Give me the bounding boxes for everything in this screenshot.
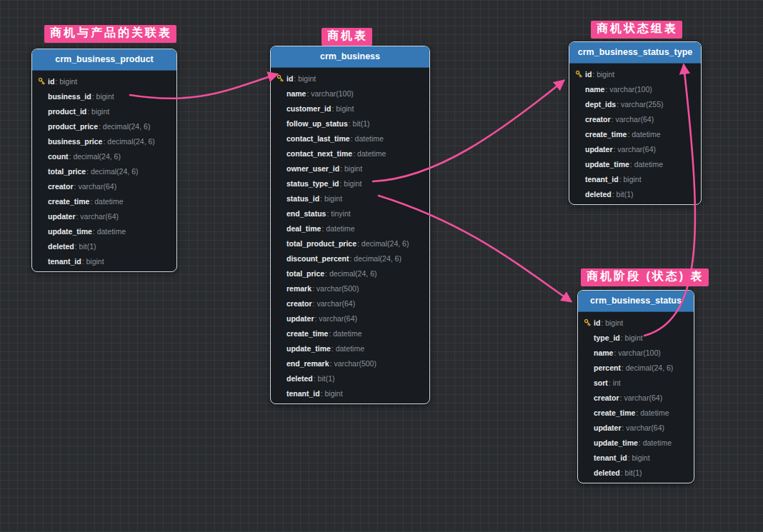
field-row-create_time[interactable]: create_time: datetime <box>578 405 694 420</box>
field-type: : varchar(64) <box>313 299 356 308</box>
field-row-update_time[interactable]: update_time: datetime <box>569 156 701 171</box>
table-field-list: id: bigintname: varchar(100)dept_ids: va… <box>569 64 701 204</box>
field-name: end_status <box>286 209 326 218</box>
field-row-updater[interactable]: updater: varchar(64) <box>578 420 694 435</box>
field-type: : datetime <box>351 134 384 143</box>
field-row-total_price[interactable]: total_price: decimal(24, 6) <box>271 266 429 281</box>
field-row-deleted[interactable]: deleted: bit(1) <box>569 186 701 201</box>
field-row-update_time[interactable]: update_time: datetime <box>271 341 429 356</box>
field-row-update_time[interactable]: update_time: datetime <box>578 435 694 450</box>
field-row-remark[interactable]: remark: varchar(500) <box>271 281 429 296</box>
table-title-crm_business_status[interactable]: crm_business_status <box>578 291 694 312</box>
field-row-contact_next_time[interactable]: contact_next_time: datetime <box>271 146 429 161</box>
field-row-dept_ids[interactable]: dept_ids: varchar(255) <box>569 96 701 111</box>
field-row-total_product_price[interactable]: total_product_price: decimal(24, 6) <box>271 236 429 251</box>
field-row-total_price[interactable]: total_price: decimal(24, 6) <box>32 164 176 179</box>
field-row-owner_user_id[interactable]: owner_user_id: bigint <box>271 161 429 176</box>
field-name: percent <box>594 363 621 372</box>
field-type: : varchar(64) <box>76 212 119 221</box>
field-name: updater <box>585 145 613 154</box>
field-name: contact_last_time <box>286 134 350 143</box>
field-row-name[interactable]: name: varchar(100) <box>578 345 694 360</box>
field-row-tenant_id[interactable]: tenant_id: bigint <box>32 254 176 268</box>
field-name: name <box>594 348 613 357</box>
field-row-tenant_id[interactable]: tenant_id: bigint <box>271 386 429 401</box>
field-row-tenant_id[interactable]: tenant_id: bigint <box>569 171 701 186</box>
field-name: tenant_id <box>594 453 627 462</box>
field-type: : varchar(500) <box>312 284 359 293</box>
primary-key-icon <box>574 69 585 79</box>
table-crm_business_status_type[interactable]: crm_business_status_typeid: bigintname: … <box>569 41 702 205</box>
table-title-crm_business_status_type[interactable]: crm_business_status_type <box>569 42 701 64</box>
field-row-customer_id[interactable]: customer_id: bigint <box>271 101 429 116</box>
field-row-product_id[interactable]: product_id: bigint <box>32 104 176 119</box>
field-row-contact_last_time[interactable]: contact_last_time: datetime <box>271 131 429 146</box>
field-type: : bigint <box>55 77 77 86</box>
table-title-crm_business_product[interactable]: crm_business_product <box>32 49 176 71</box>
field-type: : bit(1) <box>75 242 96 251</box>
field-name: create_time <box>286 329 328 338</box>
field-row-id[interactable]: id: bigint <box>32 74 176 89</box>
field-name: owner_user_id <box>286 164 339 173</box>
field-row-percent[interactable]: percent: decimal(24, 6) <box>578 360 694 375</box>
field-name: total_price <box>48 167 86 176</box>
field-row-create_time[interactable]: create_time: datetime <box>569 126 701 141</box>
field-type: : bigint <box>592 70 614 79</box>
field-row-creator[interactable]: creator: varchar(64) <box>32 179 176 194</box>
field-name: id <box>48 77 54 86</box>
field-row-deleted[interactable]: deleted: bit(1) <box>578 465 694 480</box>
field-name: updater <box>286 314 314 323</box>
field-row-follow_up_status[interactable]: follow_up_status: bit(1) <box>271 116 429 131</box>
field-name: update_time <box>594 438 638 447</box>
field-row-product_price[interactable]: product_price: decimal(24, 6) <box>32 119 176 134</box>
field-row-tenant_id[interactable]: tenant_id: bigint <box>578 450 694 465</box>
field-type: : int <box>609 378 621 387</box>
field-row-id[interactable]: id: bigint <box>578 315 694 330</box>
annotation-label-2[interactable]: 商机状态组表 <box>591 21 682 39</box>
field-row-creator[interactable]: creator: varchar(64) <box>271 296 429 311</box>
field-row-count[interactable]: count: decimal(24, 6) <box>32 149 176 164</box>
field-row-updater[interactable]: updater: varchar(64) <box>569 141 701 156</box>
field-row-updater[interactable]: updater: varchar(64) <box>32 209 176 224</box>
field-row-creator[interactable]: creator: varchar(64) <box>578 390 694 405</box>
field-name: create_time <box>594 408 635 417</box>
field-type: : varchar(64) <box>620 393 663 402</box>
field-type: : datetime <box>331 344 364 353</box>
field-type: : bigint <box>321 389 343 398</box>
field-row-sort[interactable]: sort: int <box>578 375 694 390</box>
field-row-business_id[interactable]: business_id: bigint <box>32 89 176 104</box>
field-name: name <box>585 85 604 94</box>
field-row-status_type_id[interactable]: status_type_id: bigint <box>271 176 429 191</box>
table-title-crm_business[interactable]: crm_business <box>271 46 429 68</box>
field-row-id[interactable]: id: bigint <box>569 66 701 81</box>
field-row-discount_percent[interactable]: discount_percent: decimal(24, 6) <box>271 251 429 266</box>
field-row-create_time[interactable]: create_time: datetime <box>32 194 176 209</box>
field-name: business_price <box>48 137 102 146</box>
field-row-status_id[interactable]: status_id: bigint <box>271 191 429 206</box>
field-name: dept_ids <box>585 100 616 109</box>
field-row-updater[interactable]: updater: varchar(64) <box>271 311 429 326</box>
field-type: : datetime <box>639 438 672 447</box>
annotation-label-1[interactable]: 商机表 <box>321 28 372 46</box>
field-row-type_id[interactable]: type_id: bigint <box>578 330 694 345</box>
field-row-create_time[interactable]: create_time: datetime <box>271 326 429 341</box>
field-row-deleted[interactable]: deleted: bit(1) <box>271 371 429 386</box>
field-row-update_time[interactable]: update_time: datetime <box>32 224 176 239</box>
field-type: : bigint <box>92 92 114 101</box>
field-row-creator[interactable]: creator: varchar(64) <box>569 111 701 126</box>
table-crm_business_status[interactable]: crm_business_statusid: biginttype_id: bi… <box>577 290 694 483</box>
field-row-end_status[interactable]: end_status: tinyint <box>271 206 429 221</box>
table-crm_business[interactable]: crm_businessid: bigintname: varchar(100)… <box>270 46 430 404</box>
table-crm_business_product[interactable]: crm_business_productid: bigintbusiness_i… <box>31 49 177 272</box>
diagram-canvas[interactable]: crm_business_productid: bigintbusiness_i… <box>0 0 763 532</box>
field-name: status_type_id <box>286 179 339 188</box>
field-row-name[interactable]: name: varchar(100) <box>271 86 429 101</box>
field-row-deleted[interactable]: deleted: bit(1) <box>32 239 176 254</box>
field-row-id[interactable]: id: bigint <box>271 71 429 86</box>
field-row-deal_time[interactable]: deal_time: datetime <box>271 221 429 236</box>
field-row-end_remark[interactable]: end_remark: varchar(500) <box>271 356 429 371</box>
annotation-label-0[interactable]: 商机与产品的关联表 <box>44 25 176 43</box>
field-row-name[interactable]: name: varchar(100) <box>569 81 701 96</box>
field-row-business_price[interactable]: business_price: decimal(24, 6) <box>32 134 176 149</box>
field-name: tenant_id <box>286 389 320 398</box>
